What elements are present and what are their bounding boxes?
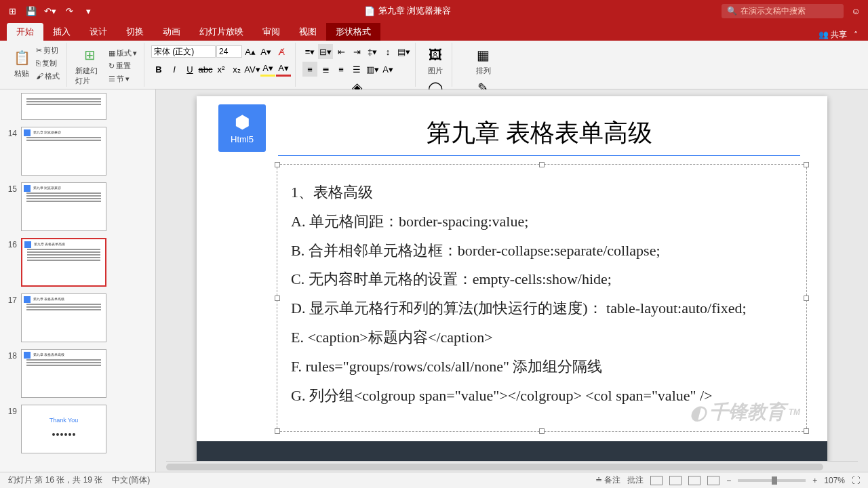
tab-animation[interactable]: 动画 xyxy=(153,23,190,41)
align-right-button[interactable]: ≡ xyxy=(334,62,349,77)
resize-handle[interactable] xyxy=(804,428,809,434)
text-effects-button[interactable]: A▾ xyxy=(380,62,395,77)
normal-view-button[interactable] xyxy=(650,476,663,485)
zoom-slider[interactable] xyxy=(738,479,806,482)
slide-thumbnail[interactable]: 第九章 表格表单高级 xyxy=(21,293,106,342)
slide-thumbnail[interactable] xyxy=(21,93,106,120)
content-line[interactable]: D. 显示单元格行和列的算法(加快运行的速度)： table-layout:au… xyxy=(291,298,793,319)
redo-icon[interactable]: ↷ xyxy=(64,5,75,16)
char-spacing-button[interactable]: AV▾ xyxy=(245,62,260,77)
autosave-icon[interactable]: ⊞ xyxy=(7,5,18,16)
align-center-button[interactable]: ≣ xyxy=(318,62,333,77)
collapse-ribbon-icon[interactable]: ˄ xyxy=(854,30,858,40)
slideshow-view-button[interactable] xyxy=(707,476,719,485)
clear-format-button[interactable]: A̸ xyxy=(274,44,289,59)
font-size-select[interactable] xyxy=(216,45,242,58)
subscript-button[interactable]: x₂ xyxy=(229,62,244,77)
notes-button[interactable]: ≐ 备注 xyxy=(595,474,620,486)
reset-button[interactable]: ↻ 重置 xyxy=(106,60,140,72)
cut-button[interactable]: ✂ 剪切 xyxy=(33,44,62,56)
tab-transition[interactable]: 切换 xyxy=(117,23,153,41)
columns-button[interactable]: ▥▾ xyxy=(365,62,380,77)
paste-button[interactable]: 📋 粘贴 xyxy=(11,47,33,80)
slide-title[interactable]: 第九章 表格表单高级 xyxy=(278,117,800,156)
tab-insert[interactable]: 插入 xyxy=(43,23,80,41)
tab-design[interactable]: 设计 xyxy=(80,23,117,41)
qat-dropdown-icon[interactable]: ▾ xyxy=(83,5,94,16)
undo-icon[interactable]: ↶▾ xyxy=(45,5,56,16)
reading-view-button[interactable] xyxy=(688,476,701,485)
numbering-button[interactable]: ⊟▾ xyxy=(318,44,333,59)
picture-button[interactable]: 🖼 图片 xyxy=(425,44,446,77)
content-line[interactable]: B. 合并相邻单元格边框：border-collapse:separate/co… xyxy=(291,241,793,262)
sorter-view-button[interactable] xyxy=(669,476,682,485)
underline-button[interactable]: U xyxy=(182,62,197,77)
resize-handle[interactable] xyxy=(275,162,280,167)
tab-view[interactable]: 视图 xyxy=(290,23,326,41)
language-indicator[interactable]: 中文(简体) xyxy=(112,474,150,486)
watermark-icon: ◐ xyxy=(690,401,706,424)
user-icon[interactable]: ☺ xyxy=(850,5,861,16)
copy-button[interactable]: ⎘ 复制 xyxy=(33,57,62,69)
horizontal-scrollbar[interactable] xyxy=(166,461,858,472)
tab-shapeformat[interactable]: 形状格式 xyxy=(326,23,380,41)
new-slide-button[interactable]: ⊞ 新建幻灯片 xyxy=(74,44,105,87)
justify-button[interactable]: ☰ xyxy=(349,62,364,77)
bullets-button[interactable]: ≡▾ xyxy=(302,44,317,59)
align-left-button[interactable]: ≡ xyxy=(302,62,317,77)
font-name-select[interactable] xyxy=(151,45,216,58)
search-icon: 🔍 xyxy=(727,6,737,16)
content-line[interactable]: A. 单元格间距：border-spacing:value; xyxy=(291,211,793,232)
layout-button[interactable]: ▦ 版式 ▾ xyxy=(106,47,140,59)
tab-review[interactable]: 审阅 xyxy=(253,23,290,41)
decrease-indent-button[interactable]: ⇤ xyxy=(334,44,349,59)
slide-thumbnail-selected[interactable]: 第九章 表格表单高级 xyxy=(21,238,106,287)
align-text-button[interactable]: ▤▾ xyxy=(396,44,411,59)
zoom-level[interactable]: 107% xyxy=(824,476,845,485)
tab-slideshow[interactable]: 幻灯片放映 xyxy=(190,23,253,41)
bold-button[interactable]: B xyxy=(151,62,166,77)
brush-icon: 🖌 xyxy=(36,72,43,80)
content-line[interactable]: F. rules="groups/rows/cols/all/none" 添加组… xyxy=(291,357,793,378)
resize-handle[interactable] xyxy=(804,162,809,167)
superscript-button[interactable]: x² xyxy=(214,62,229,77)
zoom-in-button[interactable]: + xyxy=(812,476,817,485)
decrease-font-button[interactable]: A▾ xyxy=(258,44,273,59)
highlight-button[interactable]: A▾ xyxy=(260,62,275,77)
text-direction-button[interactable]: ↕ xyxy=(380,44,395,59)
cut-icon: ✂ xyxy=(36,46,42,55)
resize-handle[interactable] xyxy=(275,428,280,434)
arrange-button[interactable]: ▦ 排列 xyxy=(473,44,494,77)
resize-handle[interactable] xyxy=(275,296,280,301)
increase-indent-button[interactable]: ⇥ xyxy=(349,44,364,59)
fit-window-button[interactable]: ⛶ xyxy=(852,476,860,485)
content-line[interactable]: 1、表格高级 xyxy=(291,182,793,203)
resize-handle[interactable] xyxy=(539,428,545,434)
comments-button[interactable]: 批注 xyxy=(627,474,644,486)
slide-thumbnail[interactable]: Thank You xyxy=(21,405,106,453)
format-painter-button[interactable]: 🖌 格式 xyxy=(33,70,62,82)
slide-thumbnail[interactable]: 第九章 浏览器兼容 xyxy=(21,182,106,231)
document-title: 📄 第九章 浏览器兼容 xyxy=(94,5,722,17)
slide-thumbnail[interactable]: 第九章 表格表单高级 xyxy=(21,349,106,398)
search-input[interactable]: 🔍 在演示文稿中搜索 xyxy=(722,4,844,18)
tab-start[interactable]: 开始 xyxy=(7,23,43,41)
increase-font-button[interactable]: A▴ xyxy=(243,44,258,59)
share-button[interactable]: 👥 共享 xyxy=(818,29,847,41)
resize-handle[interactable] xyxy=(539,162,545,167)
content-line[interactable]: E. <caption>标题内容</caption> xyxy=(291,327,793,348)
resize-handle[interactable] xyxy=(804,296,809,301)
content-line[interactable]: C. 无内容时单元格的设置：empty-cells:show/hide; xyxy=(291,269,793,290)
strike-button[interactable]: abc xyxy=(198,62,213,77)
font-color-button[interactable]: A▾ xyxy=(276,62,291,77)
html5-logo: ⬢ Html5 xyxy=(218,104,266,152)
slide-thumbnail[interactable]: 第九章 浏览器兼容 xyxy=(21,127,106,176)
line-spacing-button[interactable]: ‡▾ xyxy=(365,44,380,59)
slide-canvas[interactable]: ⬢ Html5 第九章 表格表单高级 1、表格高级 A. xyxy=(197,96,827,461)
slide-thumbnail-panel[interactable]: 14第九章 浏览器兼容 15第九章 浏览器兼容 16第九章 表格表单高级 17第… xyxy=(0,89,156,472)
italic-button[interactable]: I xyxy=(167,62,182,77)
section-button[interactable]: ☰ 节 ▾ xyxy=(106,73,140,85)
slide-content-textbox[interactable]: 1、表格高级 A. 单元格间距：border-spacing:value; B.… xyxy=(277,164,807,432)
save-icon[interactable]: 💾 xyxy=(26,5,37,16)
zoom-out-button[interactable]: − xyxy=(726,476,731,485)
